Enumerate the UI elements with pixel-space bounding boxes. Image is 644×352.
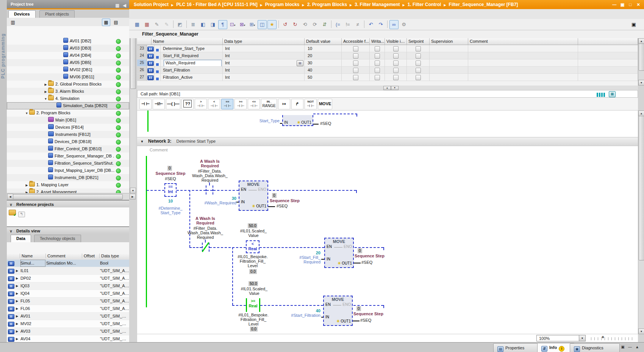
accessible-checkbox[interactable] bbox=[353, 61, 358, 66]
row-number[interactable]: 24 bbox=[137, 52, 147, 59]
tree-item[interactable]: AV03 [DB3] bbox=[7, 45, 129, 52]
tree-item[interactable]: Input_Mapping_Layer_DB [DB... bbox=[7, 167, 129, 174]
expand-arrow-icon[interactable]: ▶ bbox=[43, 81, 48, 88]
collapse-network-icon[interactable]: ▼ bbox=[137, 138, 147, 146]
tab-properties[interactable]: ▤Properties bbox=[493, 343, 542, 352]
visible-checkbox[interactable] bbox=[393, 53, 399, 59]
operand-label[interactable]: #Determine_ bbox=[151, 206, 190, 210]
column-default-value[interactable]: Default value bbox=[305, 38, 342, 45]
operand-label[interactable]: Value bbox=[233, 291, 275, 296]
tree-item[interactable]: Simulation_Data [DB20] bbox=[7, 102, 129, 109]
tree-item[interactable]: ▶1. Mapping Layer bbox=[7, 181, 129, 188]
tree-item[interactable]: AV05 [DB5] bbox=[7, 59, 129, 66]
tab-diagnostics[interactable]: ▣Diagnostics bbox=[570, 343, 620, 352]
variable-row[interactable]: 25Wash_RequiredInt▤30 bbox=[137, 59, 638, 67]
lad-cmp-ge-button[interactable]: >=⊣ ⊢ bbox=[234, 99, 247, 109]
setpoint-checkbox[interactable] bbox=[416, 68, 421, 73]
column-name[interactable]: Name bbox=[152, 38, 223, 45]
column-offset[interactable]: Offset bbox=[82, 254, 95, 258]
lad-close-branch-button[interactable]: ↱ bbox=[291, 99, 303, 109]
network-title[interactable]: Determine Start Type bbox=[176, 139, 216, 143]
scroll-down-icon[interactable]: ▼ bbox=[130, 188, 136, 193]
expand-arrow-icon[interactable]: ▶ bbox=[16, 335, 18, 343]
operand-label[interactable]: #IL01.Scaled_ bbox=[233, 287, 275, 291]
tree-item[interactable]: Filter_Control_DB [DB10] bbox=[7, 145, 129, 153]
supervision-cell[interactable] bbox=[430, 74, 468, 81]
column-view-icon[interactable]: ▦ bbox=[102, 19, 110, 26]
variable-row[interactable]: 24Start_Fill_RequiredInt20 bbox=[137, 52, 638, 59]
edit-properties-icon[interactable]: ✎ bbox=[162, 20, 171, 29]
supervision-cell[interactable] bbox=[430, 52, 468, 59]
lad-cmp-eq-button[interactable]: ==⊣ ⊢ bbox=[221, 99, 233, 109]
details-row[interactable]: ▶MV02"UDT_SIM_Mod.. bbox=[7, 320, 129, 328]
datatype-cell[interactable]: Int bbox=[223, 52, 305, 59]
column-accessible[interactable]: Accessible f... bbox=[342, 38, 370, 45]
scroll-thumb[interactable] bbox=[13, 194, 123, 199]
operand-label[interactable]: #SEQ bbox=[360, 318, 371, 322]
expand-arrow-icon[interactable]: ▼ bbox=[43, 95, 48, 103]
favorites-visibility-icon[interactable]: ★ bbox=[267, 20, 277, 29]
default-value-cell[interactable]: 10 bbox=[305, 45, 342, 52]
rename-icon[interactable]: ✎ bbox=[152, 20, 161, 29]
next-error-icon[interactable]: ↻ bbox=[291, 20, 300, 29]
filter-icon[interactable]: ▥ bbox=[9, 19, 17, 26]
network-comment[interactable]: Comment bbox=[150, 148, 168, 152]
tab-devices[interactable]: Devices bbox=[8, 10, 36, 18]
cmp-eq-contact[interactable]: ==Int bbox=[164, 183, 177, 197]
splitter-down-icon[interactable]: ▼ bbox=[391, 86, 399, 90]
resource-list-icon[interactable]: ▤ bbox=[112, 19, 120, 26]
column-comment[interactable]: Comment bbox=[468, 38, 578, 45]
writable-checkbox[interactable] bbox=[375, 53, 380, 59]
details-row[interactable]: ▶AV01"UDT_SIM_Qua.. bbox=[7, 313, 129, 320]
column-supervision[interactable]: Supervision bbox=[430, 38, 468, 45]
operand-label[interactable]: #IL01.Scaled_ bbox=[233, 229, 274, 233]
lad-open-branch-button[interactable]: ↦ bbox=[278, 99, 290, 109]
editor-vertical-scrollbar[interactable]: ▲ ▼ bbox=[638, 111, 644, 334]
move-block[interactable]: MOVE ENENO IN ✳ OUT1 bbox=[239, 181, 268, 211]
maximize-icon[interactable]: □ bbox=[627, 0, 634, 9]
setpoint-checkbox[interactable] bbox=[416, 46, 421, 51]
tab-technology-objects[interactable]: Technology objects bbox=[34, 235, 81, 242]
operand-label[interactable]: #Filter_Data. bbox=[184, 226, 227, 231]
monitor-indicator-icon[interactable]: ▦ bbox=[609, 91, 616, 97]
scroll-thumb[interactable] bbox=[639, 44, 644, 71]
tree-item[interactable]: Filtration_Sequence_Start/Shut. bbox=[7, 160, 129, 167]
operand-label[interactable]: Start_Type bbox=[151, 210, 190, 215]
operand-label[interactable]: Wash_Data.Wash_ bbox=[186, 173, 234, 178]
table-vertical-scrollbar[interactable]: ▲ ▼ bbox=[638, 38, 644, 86]
tree-item[interactable]: ▶2. Global Process Blocks bbox=[7, 81, 129, 88]
operand-label[interactable]: Filtration_Fill_ bbox=[229, 317, 278, 322]
close-icon[interactable]: ✕ bbox=[635, 0, 642, 9]
undo-icon[interactable]: ↶ bbox=[366, 20, 375, 29]
splitter-up-icon[interactable]: ▲ bbox=[383, 86, 391, 90]
details-row[interactable]: ▶IQ04"UDT_SIM_Anal.. bbox=[7, 290, 129, 297]
minimize-panel-icon[interactable]: — bbox=[627, 345, 633, 349]
datatype-cell[interactable]: Int bbox=[223, 45, 305, 52]
column-visible[interactable]: Visible in ... bbox=[385, 38, 407, 45]
operand-label[interactable]: Level bbox=[229, 322, 278, 326]
operand-label[interactable]: #Start_Filtration bbox=[277, 313, 320, 318]
outline-view-icon[interactable]: ≣ bbox=[189, 20, 198, 29]
lad-editor-canvas[interactable]: .... Start_Type IN ✳ OUT1 #SEQ ▼ Network… bbox=[137, 111, 638, 334]
expand-arrow-icon[interactable]: ▶ bbox=[16, 275, 18, 282]
operand-label[interactable]: Required bbox=[189, 178, 231, 182]
move-block[interactable]: MOVE ENENO IN ✳ OUT1 bbox=[323, 296, 353, 326]
variable-row[interactable]: 23Determine_Start_TypeInt10 bbox=[137, 45, 638, 52]
tree-item[interactable]: Instruments_DB [DB21] bbox=[7, 174, 129, 181]
lad-cmp-lt-button[interactable]: <⊣ ⊢ bbox=[208, 99, 220, 109]
accessible-checkbox[interactable] bbox=[353, 46, 358, 51]
update-block-calls-icon[interactable]: ⟲ bbox=[300, 20, 309, 29]
variable-row[interactable]: 26Start_FiltrationInt40 bbox=[137, 67, 638, 74]
zoom-slider[interactable]: ◆ bbox=[591, 337, 633, 340]
column-datatype[interactable]: Data type bbox=[99, 254, 119, 258]
scroll-right-icon[interactable]: ▶ bbox=[130, 194, 136, 199]
variable-name-cell[interactable]: Determine_Start_Type bbox=[161, 45, 223, 52]
comment-cell[interactable] bbox=[468, 45, 578, 52]
tab-plant-objects[interactable]: Plant objects bbox=[39, 10, 75, 18]
scroll-up-icon[interactable]: ▲ bbox=[638, 38, 644, 44]
operand-label[interactable]: #Wash_Required bbox=[197, 201, 236, 205]
datatype-cell[interactable]: Int bbox=[223, 74, 305, 81]
minimize-icon[interactable]: — bbox=[611, 0, 618, 9]
supervision-cell[interactable] bbox=[430, 59, 468, 67]
default-value-cell[interactable]: 40 bbox=[305, 67, 342, 74]
